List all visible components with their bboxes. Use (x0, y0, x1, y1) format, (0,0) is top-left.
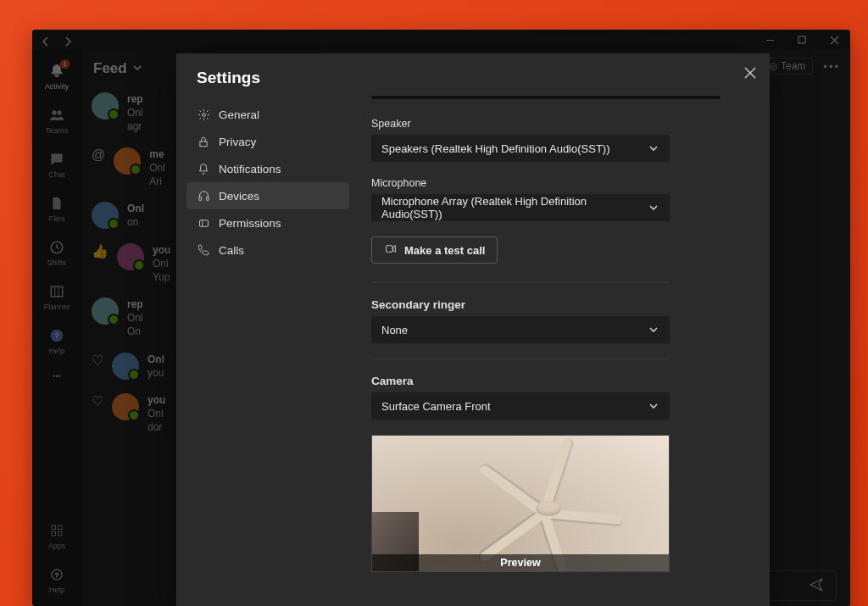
button-label: Make a test call (404, 244, 485, 257)
select-value: Surface Camera Front (381, 400, 491, 413)
nav-label: Privacy (219, 136, 256, 148)
nav-devices[interactable]: Devices (186, 182, 349, 209)
nav-label: General (219, 108, 259, 121)
svg-rect-22 (198, 197, 201, 200)
chevron-down-icon (648, 202, 659, 214)
camera-select[interactable]: Surface Camera Front (371, 392, 670, 420)
svg-rect-23 (206, 197, 209, 200)
settings-content: Speaker Speakers (Realtek High Definitio… (359, 53, 770, 606)
nav-label: Devices (219, 190, 259, 203)
microphone-select[interactable]: Microphone Array (Realtek High Definitio… (371, 194, 670, 221)
settings-title: Settings (197, 69, 349, 87)
chevron-down-icon (648, 400, 659, 412)
microphone-label: Microphone (371, 177, 721, 189)
settings-nav: Settings General Privacy Notifications D… (176, 53, 359, 606)
chevron-down-icon (648, 324, 659, 336)
camera-label: Camera (371, 375, 721, 387)
nav-general[interactable]: General (186, 101, 349, 128)
output-level-bar (371, 96, 721, 99)
bell-icon (197, 162, 210, 175)
secondary-ringer-select[interactable]: None (371, 316, 670, 343)
nav-label: Notifications (219, 163, 281, 175)
make-test-call-button[interactable]: Make a test call (371, 236, 498, 264)
nav-notifications[interactable]: Notifications (186, 155, 349, 182)
separator (371, 282, 670, 283)
key-icon (197, 216, 210, 230)
headset-icon (197, 189, 210, 203)
chevron-down-icon (648, 142, 659, 154)
nav-permissions[interactable]: Permissions (186, 209, 349, 236)
nav-label: Calls (219, 244, 244, 257)
secondary-ringer-label: Secondary ringer (371, 298, 721, 311)
preview-label: Preview (372, 554, 669, 571)
nav-calls[interactable]: Calls (186, 236, 349, 264)
video-call-icon (384, 243, 398, 257)
svg-point-20 (202, 113, 205, 116)
separator (371, 359, 670, 359)
speaker-label: Speaker (371, 118, 721, 130)
svg-rect-26 (387, 246, 393, 253)
select-value: Microphone Array (Realtek High Definitio… (381, 195, 648, 220)
camera-preview: Preview (371, 435, 670, 572)
nav-privacy[interactable]: Privacy (186, 128, 349, 155)
nav-label: Permissions (219, 217, 281, 230)
close-dialog-button[interactable] (739, 62, 761, 84)
svg-rect-21 (200, 141, 207, 146)
phone-icon (197, 243, 210, 257)
app-window: 1 Activity Teams Chat Files Shifts (32, 30, 850, 606)
svg-rect-24 (199, 220, 208, 226)
select-value: None (381, 324, 408, 336)
gear-icon (197, 108, 210, 121)
lock-icon (197, 135, 210, 148)
settings-dialog: Settings General Privacy Notifications D… (176, 53, 770, 606)
speaker-select[interactable]: Speakers (Realtek High Definition Audio(… (371, 135, 670, 162)
select-value: Speakers (Realtek High Definition Audio(… (381, 142, 610, 155)
